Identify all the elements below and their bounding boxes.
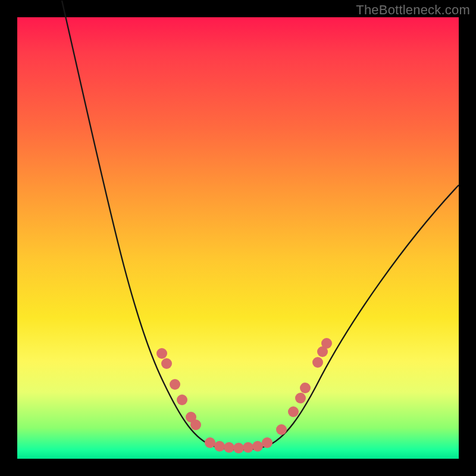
data-marker [161,358,172,369]
data-marker [156,348,167,359]
watermark-text: TheBottleneck.com [356,2,470,18]
chart-frame: TheBottleneck.com [0,0,476,476]
data-marker [262,437,273,448]
data-marker [190,419,201,430]
plot-area [17,17,459,459]
data-marker [233,443,244,453]
data-marker [252,441,263,452]
marker-group [156,338,332,453]
data-marker [276,424,287,435]
data-marker [300,383,311,393]
data-marker [224,442,234,453]
data-marker [288,406,299,417]
bottleneck-curve [62,1,459,450]
chart-svg [17,17,459,459]
data-marker [177,394,187,405]
data-marker [321,338,332,349]
data-marker [170,379,180,390]
data-marker [243,442,253,453]
data-marker [295,393,306,403]
data-marker [312,357,323,368]
data-marker [214,441,225,452]
data-marker [205,437,215,448]
